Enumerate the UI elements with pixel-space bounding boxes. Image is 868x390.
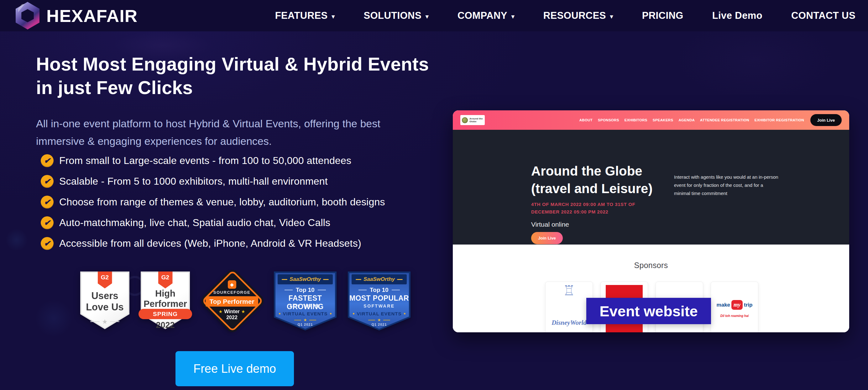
feature-bullet-text: From small to Large-scale events - from … xyxy=(59,155,351,167)
nav-pricing-label: PRICING xyxy=(642,10,683,21)
badge-year: 2022 xyxy=(226,315,238,321)
sponsor-card-makemytrip: make my trip Dil toh roaming hai xyxy=(711,281,758,332)
trophy-icon-row: ★ xyxy=(274,318,337,322)
feature-bullet-text: Choose from range of themes & venue, lob… xyxy=(59,196,385,208)
nav-resources[interactable]: RESOURCES ▾ xyxy=(544,10,613,21)
event-title: Around the Globe (travel and Leisure) xyxy=(531,162,652,198)
badge-brand-bar: SaaSwOrthy xyxy=(278,274,333,284)
badge-brand-bar: SaaSwOrthy xyxy=(351,274,407,284)
badge-brand: SOURCEFORGE xyxy=(213,290,250,295)
nav-company-label: COMPANY xyxy=(458,10,507,21)
event-join-live-header-button: Join Live xyxy=(810,114,842,126)
sourceforge-flame-icon: ◆ xyxy=(228,280,236,289)
event-join-live-button: Join Live xyxy=(531,232,563,244)
badge-season: ★ Winter ★ xyxy=(219,309,245,314)
main-navigation: FEATURES ▾ SOLUTIONS ▾ COMPANY ▾ RESOURC… xyxy=(275,10,856,21)
event-sponsors-section: Sponsors ♖ DisneyWorld y make my trip xyxy=(453,244,849,332)
sponsor-card-disneyworld: ♖ DisneyWorld xyxy=(545,281,593,332)
page-title: Host Most Engaging Virtual & Hybrid Even… xyxy=(36,53,429,100)
check-icon: ✔ xyxy=(41,196,54,208)
badge-g2-users-love-us: G2 UsersLove Us ★ xyxy=(80,271,129,329)
hero-subtitle: All in-one event platform to host Hybrid… xyxy=(36,115,380,150)
badge-category: VIRTUAL EVENTS xyxy=(348,311,410,316)
event-nav-attendee-registration: ATTENDEE REGISTRATION xyxy=(700,118,749,122)
event-nav-about: ABOUT xyxy=(580,118,593,122)
nav-features-label: FEATURES xyxy=(275,10,328,21)
hexafair-landing-page: HEXAFAIR FEATURES ▾ SOLUTIONS ▾ COMPANY … xyxy=(0,0,868,390)
event-title-line1: Around the Globe xyxy=(531,163,642,178)
decorative-blob xyxy=(35,299,73,337)
hero-subtitle-line2: immersive & engaging experiences for aud… xyxy=(36,135,272,147)
badge-subtitle: SOFTWARE xyxy=(274,303,337,308)
sponsors-heading: Sponsors xyxy=(453,261,849,270)
disneyworld-logo-text: DisneyWorld xyxy=(546,319,593,327)
nav-contact-us-label: CONTACT US xyxy=(791,10,856,21)
badge-year: 2022 xyxy=(141,321,190,330)
check-icon: ✔ xyxy=(41,175,54,188)
page-title-line2: in just Few Clicks xyxy=(36,78,193,98)
star-icon: ★ xyxy=(102,318,108,325)
badge-sourceforge-top-performer: ◆ SOURCEFORGE Top Performer ★ Winter ★ 2… xyxy=(201,271,262,331)
chevron-down-icon: ▾ xyxy=(426,13,429,20)
free-live-demo-button[interactable]: Free Live demo xyxy=(176,351,294,386)
feature-bullet: ✔ Scalable - From 5 to 1000 exhibitors, … xyxy=(41,175,385,188)
nav-pricing[interactable]: PRICING xyxy=(642,10,683,21)
feature-bullet: ✔ From small to Large-scale events - fro… xyxy=(41,154,385,167)
trophy-icon: ★ xyxy=(303,318,307,322)
event-nav-agenda: AGENDA xyxy=(678,118,695,122)
nav-contact-us[interactable]: CONTACT US xyxy=(791,10,856,21)
event-date: 4TH OF MARCH 2022 09:00 AM TO 31ST OF DE… xyxy=(531,201,663,216)
feature-bullet: ✔ Accessible from all devices (Web, iPho… xyxy=(41,237,385,250)
event-description: Interact with agents like you would at a… xyxy=(674,173,779,198)
badge-title: MOST POPULAR xyxy=(348,294,410,303)
badge-content: ◆ SOURCEFORGE Top Performer ★ Winter ★ 2… xyxy=(201,271,262,331)
event-site-header: Around the Globe ABOUT SPONSORS EXHIBITO… xyxy=(453,110,849,130)
star-icon-row: ★ xyxy=(80,318,129,325)
check-icon: ✔ xyxy=(41,154,54,167)
badge-saasworthy-most-popular: SaaSwOrthy Top 10 MOST POPULAR SOFTWARE … xyxy=(348,271,410,330)
event-nav-exhibitors: EXHIBITORS xyxy=(624,118,647,122)
event-venue: Virtual online xyxy=(531,221,569,228)
nav-live-demo[interactable]: Live Demo xyxy=(712,10,763,21)
nav-live-demo-label: Live Demo xyxy=(712,10,763,21)
badge-season-banner: SPRING xyxy=(138,309,192,319)
event-nav-speakers: SPEAKERS xyxy=(653,118,673,122)
feature-bullet: ✔ Auto-matchmaking, live chat, Spatial a… xyxy=(41,216,385,229)
hexafair-logo-icon xyxy=(16,2,39,29)
feature-bullet-list: ✔ From small to Large-scale events - fro… xyxy=(41,154,385,258)
check-icon: ✔ xyxy=(41,237,54,250)
mmt-my: my xyxy=(732,300,743,310)
badge-period: Q1 2021 xyxy=(274,323,337,326)
mmt-trip: trip xyxy=(744,302,752,308)
event-site-logo: Around the Globe xyxy=(460,115,485,125)
event-nav-exhibitor-registration: EXHIBITOR REGISTRATION xyxy=(754,118,804,122)
top-navigation-bar: HEXAFAIR FEATURES ▾ SOLUTIONS ▾ COMPANY … xyxy=(0,0,868,31)
nav-features[interactable]: FEATURES ▾ xyxy=(275,10,335,21)
badge-saasworthy-fastest-growing: SaaSwOrthy Top 10 FASTEST GROWING SOFTWA… xyxy=(274,271,337,330)
nav-company[interactable]: COMPANY ▾ xyxy=(458,10,515,21)
makemytrip-logo: make my trip xyxy=(711,300,758,310)
star-icon: ★ xyxy=(219,309,222,314)
nav-resources-label: RESOURCES xyxy=(544,10,606,21)
badge-title: UsersLove Us xyxy=(80,290,129,313)
badge-category: VIRTUAL EVENTS xyxy=(274,311,337,316)
mmt-make: make xyxy=(717,302,730,308)
feature-bullet: ✔ Choose from range of themes & venue, l… xyxy=(41,196,385,208)
nav-solutions[interactable]: SOLUTIONS ▾ xyxy=(364,10,429,21)
event-site-navigation: ABOUT SPONSORS EXHIBITORS SPEAKERS AGEND… xyxy=(580,118,804,122)
badge-brand: SaaSwOrthy xyxy=(289,276,321,282)
badge-g2-high-performer: G2 HighPerformer SPRING 2022 xyxy=(141,271,190,329)
event-nav-sponsors: SPONSORS xyxy=(598,118,619,122)
trophy-icon: ★ xyxy=(377,318,381,322)
makemytrip-tagline: Dil toh roaming hai xyxy=(711,314,758,318)
page-title-line1: Host Most Engaging Virtual & Hybrid Even… xyxy=(36,54,429,74)
event-site-hero: Around the Globe (travel and Leisure) In… xyxy=(453,130,849,244)
event-website-screenshot[interactable]: Around the Globe ABOUT SPONSORS EXHIBITO… xyxy=(453,110,849,332)
badge-rank: Top 10 xyxy=(274,287,337,294)
brand-logo[interactable]: HEXAFAIR xyxy=(16,2,137,29)
badge-brand: SaaSwOrthy xyxy=(364,276,395,282)
badge-rank: Top 10 xyxy=(348,287,410,294)
globe-icon xyxy=(462,117,468,123)
disney-castle-icon: ♖ xyxy=(546,282,593,298)
badge-period: Q1 2021 xyxy=(348,323,410,326)
